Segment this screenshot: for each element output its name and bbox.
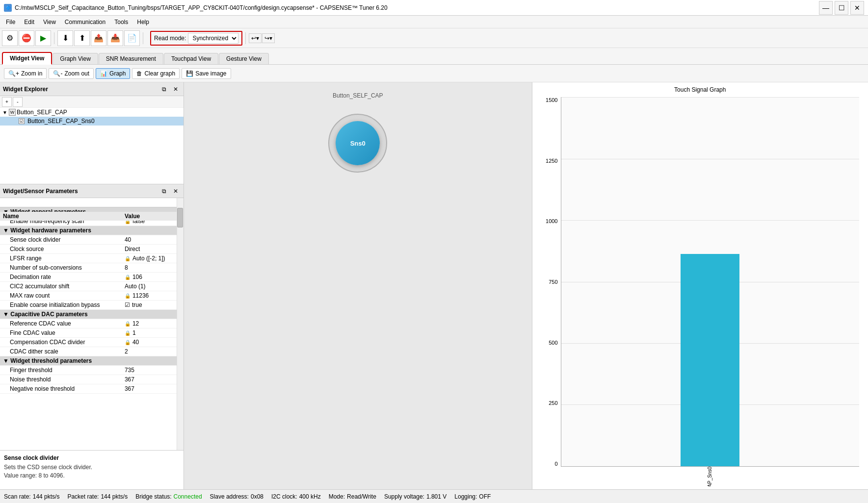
- maximize-button[interactable]: ☐: [835, 1, 848, 15]
- tab-widget-view[interactable]: Widget View: [2, 52, 52, 65]
- tree-expand-icon[interactable]: ▼: [2, 109, 8, 115]
- param-name-ci: Enable coarse initialization bypass: [0, 301, 122, 310]
- tab-gesture-view[interactable]: Gesture View: [219, 53, 269, 64]
- widget-explorer-controls: ⧉ ✕: [159, 84, 181, 94]
- download-button[interactable]: ⬇: [57, 30, 73, 46]
- scrollbar-thumb[interactable]: [177, 208, 183, 227]
- row-neg-noise-threshold: Negative noise threshold 367: [0, 384, 177, 394]
- menu-help[interactable]: Help: [133, 18, 153, 26]
- sensor-params-header: Widget/Sensor Parameters ⧉ ✕: [0, 184, 184, 198]
- row-sense-clock-divider: Sense clock divider 40: [0, 235, 177, 245]
- tab-bar: Widget View Graph View SNR Measurement T…: [0, 48, 868, 65]
- widget-explorer-close-button[interactable]: ✕: [171, 84, 181, 94]
- bridge-label: Bridge status:: [135, 493, 171, 500]
- stop-button[interactable]: ⛔: [19, 30, 34, 46]
- tree-item-button-self-cap[interactable]: ▼ W Button_SELF_CAP: [0, 108, 184, 117]
- sensor-params-float-button[interactable]: ⧉: [159, 186, 169, 196]
- close-button[interactable]: ✕: [850, 1, 864, 15]
- upload-button[interactable]: ⬆: [74, 30, 90, 46]
- sensor-checkbox[interactable]: ☑: [19, 118, 25, 124]
- row-cdac-dither: CDAC dither scale 2: [0, 347, 177, 356]
- tree-item-label: Button_SELF_CAP: [17, 109, 67, 116]
- section-widget-hardware-label: Widget hardware parameters: [0, 226, 177, 235]
- report-button[interactable]: 📄: [124, 30, 140, 46]
- tab-graph-view[interactable]: Graph View: [53, 53, 98, 64]
- lock-icon-lfsr: 🔒: [125, 256, 131, 261]
- row-decimation-rate: Decimation rate 🔒 106: [0, 273, 177, 282]
- save-image-button[interactable]: 💾 Save image: [182, 68, 231, 79]
- status-mode: Mode: Read/Write: [329, 493, 376, 500]
- tree-item-sns0-label: Button_SELF_CAP_Sns0: [27, 118, 95, 125]
- run-button[interactable]: ▶: [35, 30, 51, 46]
- tab-snr-measurement[interactable]: SNR Measurement: [99, 53, 163, 64]
- sensor-circle-inner[interactable]: Sns0: [336, 121, 380, 165]
- zoom-in-button[interactable]: 🔍+ Zoom in: [4, 68, 47, 79]
- status-voltage: Supply voltage: 1.801 V: [384, 493, 447, 500]
- import-button[interactable]: 📥: [107, 30, 123, 46]
- minimize-button[interactable]: —: [819, 1, 833, 15]
- menu-view[interactable]: View: [39, 18, 60, 26]
- param-value-scd: 40: [122, 235, 177, 245]
- param-name-fc: Fine CDAC value: [0, 328, 122, 338]
- window-controls[interactable]: — ☐ ✕: [819, 1, 864, 15]
- logging-label: Logging:: [454, 493, 477, 500]
- redo-button[interactable]: ↪▾: [262, 33, 275, 43]
- y-label-0: 0: [554, 461, 557, 467]
- param-value-mr: 🔒 11236: [122, 291, 177, 301]
- section-threshold[interactable]: Widget threshold parameters: [0, 356, 177, 366]
- menu-edit[interactable]: Edit: [20, 18, 38, 26]
- scan-rate-label: Scan rate:: [4, 493, 31, 500]
- param-name-nt: Noise threshold: [0, 375, 122, 384]
- expand-all-button[interactable]: +: [2, 97, 12, 107]
- slave-value: 0x08: [251, 493, 263, 500]
- param-name-lfsr: LFSR range: [0, 254, 122, 263]
- y-label-750: 750: [549, 279, 557, 285]
- widget-explorer-header: Widget Explorer ⧉ ✕: [0, 82, 184, 96]
- description-title: Sense clock divider: [4, 454, 180, 461]
- undo-redo-group: ↩▾ ↪▾: [249, 33, 275, 43]
- widget-view-panel: Button_SELF_CAP Sns0: [184, 82, 532, 489]
- scrollbar-vertical[interactable]: [177, 198, 184, 450]
- scan-rate-value: 144 pkts/s: [33, 493, 60, 500]
- row-cic2: CIC2 accumulator shift Auto (1): [0, 282, 177, 291]
- row-noise-threshold: Noise threshold 367: [0, 375, 177, 384]
- widget-explorer-float-button[interactable]: ⧉: [159, 84, 169, 94]
- graph-button[interactable]: 📊 Graph: [96, 68, 130, 79]
- toolbar-separator-1: [54, 32, 54, 44]
- row-ref-cdac: Reference CDAC value 🔒 12: [0, 319, 177, 328]
- section-capacitive-dac[interactable]: Capacitive DAC parameters: [0, 310, 177, 319]
- tree-toolbar: + -: [0, 96, 184, 108]
- export-button[interactable]: 📤: [91, 30, 106, 46]
- menu-communication[interactable]: Communication: [61, 18, 109, 26]
- param-name-sc: Number of sub-conversions: [0, 263, 122, 273]
- row-max-raw: MAX raw count 🔒 11236: [0, 291, 177, 301]
- tree-item-sns0[interactable]: ☑ Button_SELF_CAP_Sns0: [0, 117, 184, 126]
- param-name-nnt: Negative noise threshold: [0, 384, 122, 394]
- lock-icon-dr: 🔒: [125, 275, 131, 280]
- collapse-all-button[interactable]: -: [13, 97, 23, 107]
- undo-button[interactable]: ↩▾: [249, 33, 262, 43]
- menu-tools[interactable]: Tools: [110, 18, 132, 26]
- clear-graph-button[interactable]: 🗑 Clear graph: [132, 68, 180, 79]
- sensor-params-close-button[interactable]: ✕: [171, 186, 181, 196]
- param-value-lfsr: 🔒 Auto ([-2; 1]): [122, 254, 177, 263]
- section-threshold-label: Widget threshold parameters: [0, 356, 177, 366]
- settings-button[interactable]: ⚙: [2, 30, 18, 46]
- param-name-rc: Reference CDAC value: [0, 319, 122, 328]
- section-widget-hardware[interactable]: Widget hardware parameters: [0, 226, 177, 235]
- x-axis-area: Button_SELF_CAP_Sns0: [561, 467, 860, 486]
- zoom-out-button[interactable]: 🔍- Zoom out: [49, 68, 94, 79]
- grid-1500: [561, 97, 860, 98]
- param-value-cic2: Auto (1): [122, 282, 177, 291]
- graph-icon: 📊: [100, 70, 107, 77]
- mode-label: Mode:: [329, 493, 345, 500]
- sensor-params-title: Widget/Sensor Parameters: [3, 188, 78, 195]
- read-mode-select[interactable]: Synchronized Free Running: [188, 33, 238, 44]
- lock-icon-mr: 🔒: [125, 293, 131, 299]
- logging-value: OFF: [479, 493, 491, 500]
- widget-explorer-title: Widget Explorer: [3, 86, 48, 93]
- param-name-cd: CDAC dither scale: [0, 347, 122, 356]
- param-value-cd: 2: [122, 347, 177, 356]
- tab-touchpad-view[interactable]: Touchpad View: [164, 53, 218, 64]
- menu-file[interactable]: File: [2, 18, 19, 26]
